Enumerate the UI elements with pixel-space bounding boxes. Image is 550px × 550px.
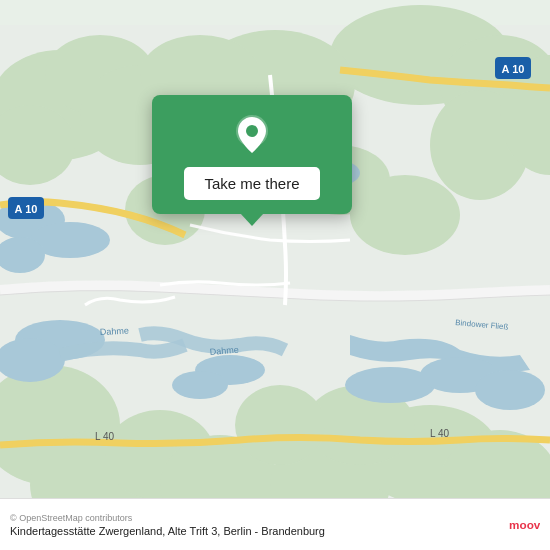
take-me-there-button[interactable]: Take me there xyxy=(184,167,319,200)
svg-point-34 xyxy=(172,371,228,399)
svg-text:L 40: L 40 xyxy=(430,428,450,439)
moovit-logo-icon: moovit xyxy=(508,509,540,541)
svg-point-46 xyxy=(246,125,258,137)
svg-point-22 xyxy=(235,385,325,465)
map-attribution: © OpenStreetMap contributors xyxy=(10,513,325,523)
svg-text:A 10: A 10 xyxy=(15,203,38,215)
location-name: Kindertagesstätte Zwergenland, Alte Trif… xyxy=(10,525,325,537)
svg-point-32 xyxy=(475,370,545,410)
bottom-bar: © OpenStreetMap contributors Kindertages… xyxy=(0,498,550,550)
moovit-logo: moovit xyxy=(508,509,540,541)
svg-text:L 40: L 40 xyxy=(95,431,115,442)
map-svg: A 10 A 10 L 40 L 40 Parkplatz Lankensee … xyxy=(0,0,550,550)
svg-point-13 xyxy=(350,175,460,255)
location-pin-icon xyxy=(230,113,274,157)
bottom-info: © OpenStreetMap contributors Kindertages… xyxy=(10,513,325,537)
map-container: A 10 A 10 L 40 L 40 Parkplatz Lankensee … xyxy=(0,0,550,550)
svg-text:Dahme: Dahme xyxy=(100,325,129,337)
popup-card: Take me there xyxy=(152,95,352,214)
svg-text:moovit: moovit xyxy=(509,518,540,531)
svg-text:A 10: A 10 xyxy=(502,63,525,75)
